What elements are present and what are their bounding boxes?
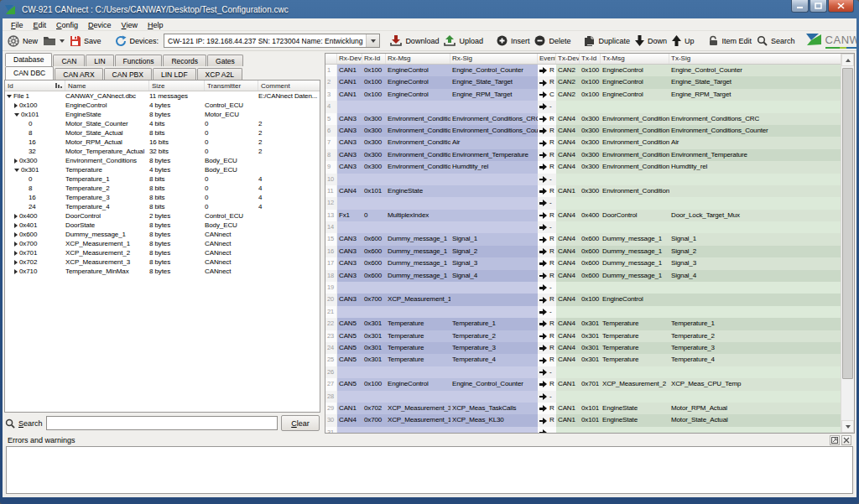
expand-arrow-icon[interactable] — [14, 223, 18, 228]
clear-button[interactable]: Clear — [281, 415, 320, 431]
mapping-row[interactable]: 9CAN30x300Environment_ConditionsHumdtity… — [325, 161, 841, 173]
column-header-transmitter[interactable]: Transmitter — [205, 81, 258, 91]
tab-gates[interactable]: Gates — [207, 55, 243, 66]
tree-row[interactable]: 8Motor_State_Actual8 bits02 — [5, 128, 320, 138]
tree-row[interactable]: 0x700XCP_Measurement_18 bytesCANnect — [5, 239, 320, 248]
row-number[interactable]: 7 — [325, 137, 337, 148]
tree-row[interactable]: 0x301Temperature4 bytesBody_ECU — [5, 165, 320, 174]
expand-arrow-icon[interactable] — [14, 214, 18, 219]
down-button[interactable]: Down — [635, 35, 667, 46]
collapse-arrow-icon[interactable] — [14, 113, 19, 117]
row-number[interactable]: 15 — [325, 233, 337, 245]
open-button[interactable] — [43, 35, 65, 46]
row-number[interactable]: 31 — [325, 427, 337, 433]
row-number[interactable]: 5 — [325, 113, 337, 125]
mapping-row[interactable]: 30CAN40x700XCP_Measurement_1XCP_Meas_KL3… — [325, 414, 841, 426]
mapping-row[interactable]: 4- — [325, 101, 841, 112]
tree-row[interactable]: 0x401DoorState8 bytesBody_ECU — [5, 221, 320, 230]
tree-row[interactable]: 16Motor_RPM_Actual16 bits02 — [5, 138, 320, 147]
menu-item-edit[interactable]: Edit — [29, 21, 52, 29]
tree-row[interactable]: 0x710Temperature_MinMax8 bytesCANnect — [5, 267, 320, 276]
row-number[interactable]: 1 — [325, 65, 337, 76]
tree-row[interactable]: 0x100EngineControl4 bytesControl_ECU — [5, 101, 320, 110]
row-number[interactable]: 28 — [325, 391, 337, 403]
close-button[interactable] — [828, 0, 854, 13]
tree-row[interactable]: 0x101EngineState8 bytesMotor_ECU — [5, 110, 320, 119]
row-number[interactable]: 8 — [325, 149, 337, 161]
collapse-arrow-icon[interactable] — [7, 95, 12, 98]
row-number[interactable]: 12 — [325, 197, 337, 209]
subtab-lin-ldf[interactable]: LIN LDF — [153, 68, 196, 80]
row-number[interactable]: 19 — [325, 282, 337, 294]
mapping-row[interactable]: 16CAN30x600Dummy_message_1Signal_2RCAN40… — [325, 246, 841, 257]
mapping-row[interactable]: 27CAN50x100EngineControlEngine_Control_C… — [325, 378, 841, 390]
mapping-row[interactable]: 15CAN30x600Dummy_message_1Signal_1RCAN40… — [325, 233, 841, 245]
column-header-rx-id[interactable]: Rx-Id — [362, 54, 386, 64]
insert-button[interactable]: Insert — [497, 35, 530, 46]
column-header-rx-dev[interactable]: Rx-Dev — [337, 54, 362, 64]
tab-records[interactable]: Records — [163, 55, 206, 66]
row-number[interactable]: 23 — [325, 330, 337, 342]
column-header-id[interactable]: Id — [5, 81, 65, 91]
column-header-rx-msg[interactable]: Rx-Msg — [386, 54, 450, 64]
save-button[interactable]: Save — [70, 35, 102, 46]
row-number[interactable]: 4 — [325, 101, 337, 112]
mapping-row[interactable]: 12- — [325, 197, 841, 209]
devices-refresh-button[interactable]: Devices: — [115, 35, 159, 47]
column-header-name[interactable]: Name — [65, 81, 149, 91]
row-number[interactable]: 27 — [325, 378, 337, 390]
mapping-row[interactable]: 1CAN10x100EngineControlEngine_Control_Co… — [325, 65, 841, 76]
tree-row[interactable]: 24Temperature_48 bits04 — [5, 202, 320, 211]
tree-row[interactable]: 0Temperature_18 bits04 — [5, 174, 320, 184]
maximize-button[interactable] — [810, 0, 827, 13]
expand-arrow-icon[interactable] — [14, 242, 18, 247]
scroll-up-button[interactable] — [841, 54, 854, 66]
row-number[interactable]: 16 — [325, 246, 337, 257]
item-edit-button[interactable]: Item Edit — [708, 35, 752, 46]
column-header-event[interactable]: Event — [538, 54, 556, 64]
devices-combobox[interactable]: CW-121 IP: 192.168.44.237 SN: 1723004 Na… — [164, 34, 380, 48]
column-header-tx-msg[interactable]: Tx-Msg — [601, 54, 669, 64]
row-number[interactable]: 24 — [325, 342, 337, 354]
row-number[interactable]: 20 — [325, 294, 337, 305]
tree-row[interactable]: 32Motor_Temperature_Actual32 bits02 — [5, 147, 320, 156]
row-number[interactable]: 6 — [325, 125, 337, 137]
row-number[interactable]: 25 — [325, 354, 337, 366]
mapping-row[interactable]: 14- — [325, 221, 841, 233]
upload-button[interactable]: Upload — [444, 35, 483, 46]
mapping-row[interactable]: 28- — [325, 391, 841, 403]
subtab-can-pbx[interactable]: CAN PBX — [104, 68, 152, 80]
tab-lin[interactable]: LIN — [86, 55, 113, 66]
expand-arrow-icon[interactable] — [14, 158, 18, 164]
mapping-row[interactable]: 5CAN30x300Environment_ConditionsEnvironm… — [325, 113, 841, 125]
scrollbar-thumb[interactable] — [842, 68, 853, 379]
mapping-row[interactable]: 8CAN30x300Environment_ConditionsEnvironm… — [325, 149, 841, 161]
mapping-row[interactable]: 31- — [325, 427, 841, 433]
column-header-tx-dev[interactable]: Tx-Dev — [556, 54, 580, 64]
tree-row[interactable]: 0x702XCP_Measurement_38 bytesCANnect — [5, 257, 320, 267]
column-header-size[interactable]: Size — [149, 81, 205, 91]
mapping-row[interactable]: 3CAN10x100EngineControlEngine_RPM_Target… — [325, 89, 841, 101]
mapping-row[interactable]: 18CAN30x600Dummy_message_1Signal_4RCAN40… — [325, 270, 841, 282]
download-button[interactable]: Download — [390, 35, 439, 46]
row-number[interactable]: 29 — [325, 403, 337, 414]
row-number[interactable]: 17 — [325, 257, 337, 269]
mapping-row[interactable]: 7CAN30x300Environment_ConditionsAirRCAN4… — [325, 137, 841, 148]
tree-row[interactable]: 0x600Dummy_message_18 bytesCANnect — [5, 230, 320, 239]
delete-button[interactable]: Delete — [534, 35, 570, 46]
mapping-row[interactable]: 25CAN50x301TemperatureTemperature_4RCAN4… — [325, 354, 841, 366]
tree-row[interactable]: 0x300Environment_Conditions8 bytesBody_E… — [5, 156, 320, 165]
expand-arrow-icon[interactable] — [14, 103, 18, 108]
row-number[interactable]: 18 — [325, 270, 337, 282]
new-button[interactable]: New — [8, 35, 38, 47]
row-number[interactable]: 11 — [325, 185, 337, 197]
row-number[interactable]: 13 — [325, 210, 337, 221]
mapping-row[interactable]: 29CAN10x702XCP_Measurement_3XCP_Meas_Tas… — [325, 403, 841, 414]
dock-float-button[interactable] — [830, 435, 840, 445]
mapping-row[interactable]: 10- — [325, 174, 841, 185]
tab-database[interactable]: Database — [5, 53, 52, 66]
mapping-row[interactable]: 11CAN40x101EngineStateRCAN10x300Environm… — [325, 185, 841, 197]
tab-can[interactable]: CAN — [53, 55, 85, 66]
tree-row[interactable]: 16Temperature_38 bits04 — [5, 193, 320, 202]
tree-row[interactable]: 0x400DoorControl2 bytesControl_ECU — [5, 211, 320, 221]
